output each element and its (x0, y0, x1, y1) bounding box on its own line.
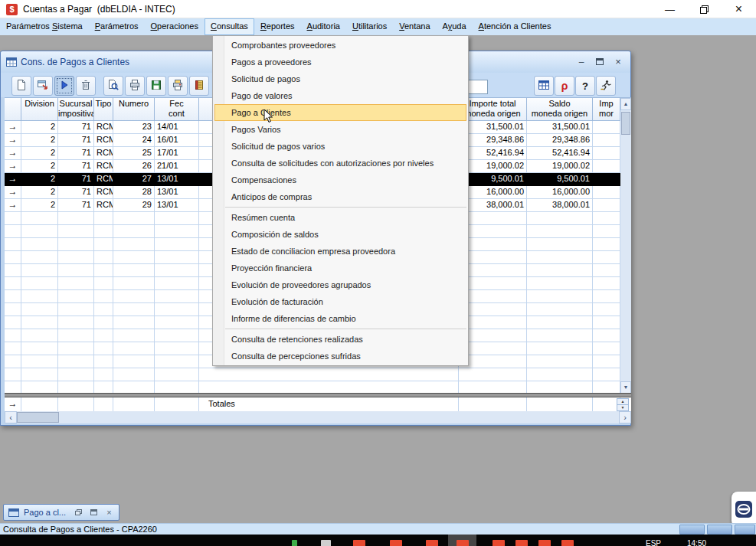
save-button[interactable] (146, 76, 166, 96)
hscroll-thumb[interactable] (17, 412, 59, 423)
cell-tipo: RCM (94, 160, 113, 173)
cell-marker: → (5, 186, 21, 199)
taskbar-icon[interactable] (515, 540, 528, 546)
menu-item-pagos-varios[interactable]: Pagos Varios (213, 121, 468, 138)
totals-cell-fecha (155, 397, 199, 411)
cell-saldo: 52,416.94 (527, 147, 593, 160)
menu-item-comprobantes-proveedores[interactable]: Comprobantes proveedores (213, 37, 468, 54)
exit-button[interactable] (596, 76, 616, 96)
status-text: Consulta de Pagos a Clientes - CPA2260 (3, 524, 157, 535)
minimize-button[interactable]: — (653, 0, 687, 18)
menu-item-pagos-a-proveedores[interactable]: Pagos a proveedores (213, 54, 468, 70)
taskbar-icon[interactable] (390, 540, 402, 546)
mini-restore-button[interactable] (72, 507, 85, 518)
totals-cell-numero (113, 397, 155, 411)
cell-importe: 19,000.02 (459, 160, 527, 173)
print-button[interactable] (125, 76, 145, 96)
menubar-item-ventana[interactable]: Ventana (393, 18, 436, 35)
menu-item-pago-a-clientes[interactable]: Pago a Clientes (214, 104, 466, 121)
totals-cell-division (21, 397, 58, 411)
totals-spinner[interactable]: ▲ ▼ (617, 398, 629, 411)
print-color-button[interactable] (168, 76, 188, 96)
new-document-button[interactable] (11, 76, 31, 96)
menu-item-consulta-de-percepciones-sufridas[interactable]: Consulta de percepciones sufridas (213, 348, 468, 365)
cell-fecha (155, 342, 199, 355)
menubar-item-auditoria[interactable]: Auditoria (301, 18, 346, 35)
menu-item-compensaciones[interactable]: Compensaciones (213, 172, 468, 188)
teamviewer-handle[interactable] (731, 492, 756, 527)
cell-saldo: 9,500.01 (527, 173, 593, 186)
menu-item-consulta-de-solicitudes-con-autorizaciones-por-niveles[interactable]: Consulta de solicitudes con autorizacion… (213, 155, 468, 172)
taskbar-icon[interactable] (321, 540, 331, 546)
menu-item-anticipos-de-compras[interactable]: Anticipos de compras (213, 188, 468, 205)
vscroll-thumb[interactable] (621, 112, 630, 135)
app-icon: $ (6, 4, 18, 15)
taskbar-icon[interactable] (561, 540, 574, 546)
child-minimize-button[interactable]: – (574, 56, 589, 67)
minimized-window[interactable]: Pago a cl... × (3, 504, 119, 521)
notebook-button[interactable] (189, 76, 209, 96)
taskbar-icon[interactable] (538, 540, 551, 546)
tray-language[interactable]: ESP (646, 537, 661, 546)
scroll-up-button[interactable]: ▲ (620, 98, 631, 110)
red-pointer-button[interactable]: ρ (555, 76, 574, 96)
menubar-item-par-metros-sistema[interactable]: Parámetros Sistema (0, 18, 89, 35)
menu-item-solicitud-de-pagos[interactable]: Solicitud de pagos (213, 70, 468, 87)
run-button[interactable] (54, 76, 74, 96)
menubar-item-consultas[interactable]: Consultas (205, 18, 254, 35)
child-close-button[interactable]: × (610, 56, 626, 67)
scroll-down-button[interactable]: ▼ (620, 381, 631, 394)
scroll-right-button[interactable]: › (619, 411, 631, 423)
menu-item-estado-de-conciliacion-empresa-proveedora[interactable]: Estado de conciliacion empresa proveedor… (213, 243, 468, 260)
menubar-item-operaciones[interactable]: Operaciones (145, 18, 205, 35)
mini-maximize-button[interactable] (87, 507, 100, 518)
cell-division (21, 212, 58, 225)
menubar-item-reportes[interactable]: Reportes (254, 18, 301, 35)
menu-item-pago-de-valores[interactable]: Pago de valores (213, 87, 468, 104)
taskbar-icon[interactable] (353, 540, 365, 546)
menu-item-proyecci-n-financiera[interactable]: Proyección financiera (213, 260, 468, 276)
vertical-scrollbar[interactable]: ▲ ▼ (620, 98, 631, 394)
properties-button[interactable] (33, 76, 53, 96)
cell-marker (5, 329, 21, 342)
notebook-icon (193, 79, 205, 93)
cell-numero (113, 342, 155, 355)
menubar-item-ayuda[interactable]: Ayuda (437, 18, 473, 35)
cell-saldo: 19,000.02 (527, 160, 593, 173)
tray-clock[interactable]: 14:50 (687, 537, 706, 546)
horizontal-scrollbar[interactable]: ‹ › (5, 411, 631, 423)
restore-button[interactable] (687, 0, 722, 18)
taskbar-icon[interactable] (292, 540, 297, 546)
menubar-item-atenci-n-a-clientes[interactable]: Atención a Clientes (473, 18, 558, 35)
close-button[interactable]: × (722, 0, 756, 18)
table-row[interactable] (5, 381, 620, 393)
taskbar-icon[interactable] (426, 540, 438, 546)
taskbar-icon[interactable] (457, 540, 469, 546)
menubar-item-par-metros[interactable]: Parámetros (89, 18, 145, 35)
menu-item-consulta-de-retenciones-realizadas[interactable]: Consulta de retenciones realizadas (213, 331, 468, 348)
menu-item-evoluci-n-de-facturaci-n[interactable]: Evolución de facturación (213, 293, 468, 310)
menu-item-solicitud-de-pagos-varios[interactable]: Solicitud de pagos varios (213, 138, 468, 155)
cell-importe: 9,500.01 (459, 173, 527, 186)
cell-tipo (94, 316, 113, 329)
menubar-item-utilitarios[interactable]: Utilitarios (346, 18, 393, 35)
statusbar: Consulta de Pagos a Clientes - CPA2260 (0, 523, 756, 535)
mini-close-button[interactable]: × (103, 507, 116, 518)
table-button[interactable] (534, 76, 554, 96)
scroll-left-button[interactable]: ‹ (5, 411, 17, 423)
row-marker-icon: → (8, 199, 18, 210)
child-restore-button[interactable] (592, 56, 607, 67)
table-row[interactable] (5, 368, 620, 381)
taskbar-icon[interactable] (493, 540, 505, 546)
menu-item-res-men-cuenta[interactable]: Resúmen cuenta (213, 209, 468, 226)
help-button[interactable]: ? (575, 76, 595, 96)
cell-fecha (155, 238, 199, 251)
menu-item-informe-de-diferencias-de-cambio[interactable]: Informe de diferencias de cambio (213, 310, 468, 327)
menu-item-composici-n-de-saldos[interactable]: Composición de saldos (213, 226, 468, 243)
cell-importe (459, 342, 527, 355)
column-header-division: Division (21, 98, 58, 121)
cell-sucursal: 71 (58, 134, 94, 147)
delete-button[interactable] (76, 76, 96, 96)
menu-item-evoluci-n-de-proveedores-agrupados[interactable]: Evolución de proveedores agrupados (213, 276, 468, 293)
preview-button[interactable] (103, 76, 123, 96)
